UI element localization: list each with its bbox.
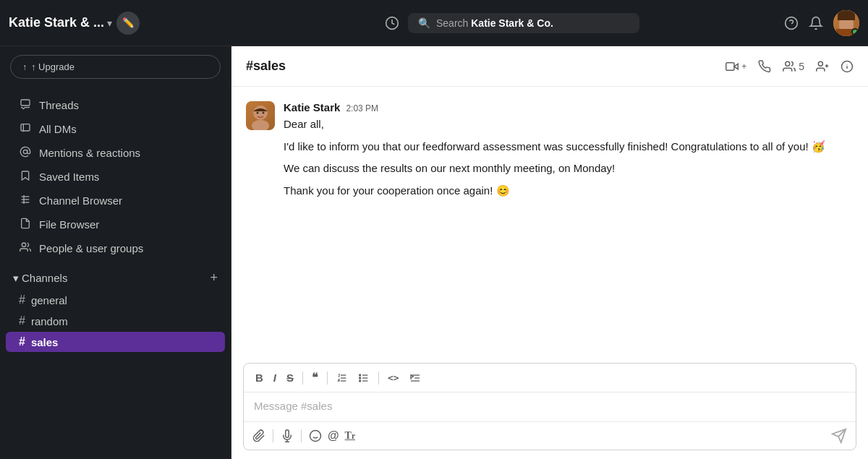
upgrade-icon: ↑ xyxy=(22,62,27,72)
sidebar-item-file-browser[interactable]: File Browser xyxy=(6,213,225,236)
svg-point-14 xyxy=(818,61,822,66)
code-button[interactable]: <> xyxy=(385,371,402,385)
italic-button[interactable]: I xyxy=(271,370,279,385)
main-area: ↑ ↑ Upgrade Threads All xyxy=(0,46,868,459)
footer-divider-2 xyxy=(301,429,302,442)
ol-icon xyxy=(336,372,348,384)
saved-icon xyxy=(19,170,32,184)
sidebar: ↑ ↑ Upgrade Threads All xyxy=(0,46,231,459)
hash-icon: # xyxy=(19,335,25,348)
video-plus-icon: + xyxy=(741,61,746,72)
strikethrough-button[interactable]: S xyxy=(284,370,297,385)
channel-browser-label: Channel Browser xyxy=(39,194,122,207)
composer-footer-right xyxy=(831,428,847,444)
user-status-indicator xyxy=(851,28,859,35)
message-input[interactable]: Message #sales xyxy=(244,392,856,421)
mic-icon xyxy=(281,429,294,442)
send-icon xyxy=(831,428,847,444)
format-button[interactable]: Tr xyxy=(345,430,356,442)
channels-section-header[interactable]: ▾ Channels + xyxy=(6,267,225,288)
svg-point-13 xyxy=(786,61,790,66)
ul-icon xyxy=(358,372,370,384)
sidebar-item-people[interactable]: People & user groups xyxy=(6,237,225,259)
footer-divider-1 xyxy=(273,429,273,442)
svg-point-22 xyxy=(257,112,259,114)
message-item: Katie Stark 2:03 PM Dear all, I'd like t… xyxy=(246,101,854,199)
bold-button[interactable]: B xyxy=(252,370,266,385)
toolbar-divider-3 xyxy=(378,372,379,385)
top-bar-left: Katie Stark & ... ▾ ✏️ xyxy=(9,12,240,35)
hash-icon: # xyxy=(19,314,25,327)
phone-icon xyxy=(758,60,771,73)
channel-title: #sales xyxy=(246,59,286,74)
channel-header: #sales + 5 xyxy=(231,46,868,87)
help-button[interactable] xyxy=(784,16,799,30)
composer-footer: @ Tr xyxy=(244,421,856,450)
svg-point-31 xyxy=(359,377,361,379)
top-bar-right xyxy=(784,10,859,36)
attach-icon xyxy=(252,429,265,442)
message-area: Katie Stark 2:03 PM Dear all, I'd like t… xyxy=(231,87,868,354)
upgrade-button[interactable]: ↑ ↑ Upgrade xyxy=(10,55,221,79)
history-icon xyxy=(385,16,399,30)
sidebar-nav: Threads All DMs Mentions & reactions xyxy=(0,87,231,266)
members-button[interactable]: 5 xyxy=(783,60,804,73)
ordered-list-button[interactable] xyxy=(333,371,351,385)
phone-button[interactable] xyxy=(758,60,771,73)
send-button[interactable] xyxy=(831,428,847,444)
user-avatar[interactable] xyxy=(833,10,859,36)
sidebar-item-threads[interactable]: Threads xyxy=(6,94,225,116)
emoji-button[interactable] xyxy=(309,429,322,442)
threads-label: Threads xyxy=(39,99,79,111)
mentions-icon xyxy=(19,146,32,160)
message-body: Katie Stark 2:03 PM Dear all, I'd like t… xyxy=(284,101,854,199)
svg-point-5 xyxy=(23,150,27,153)
blockquote-button[interactable]: ❝ xyxy=(309,369,321,386)
file-browser-icon xyxy=(19,218,32,231)
message-line-3: We can discuss the results on our next m… xyxy=(284,160,854,177)
channels-section-title: ▾ Channels xyxy=(13,272,67,285)
toolbar-divider-2 xyxy=(327,372,328,385)
search-bar[interactable]: 🔍 Search Katie Stark & Co. xyxy=(408,13,639,33)
upgrade-label: ↑ Upgrade xyxy=(31,61,75,72)
sidebar-item-channel-browser[interactable]: Channel Browser xyxy=(6,189,225,212)
channel-item-random[interactable]: # random xyxy=(6,311,225,331)
svg-point-30 xyxy=(359,374,361,376)
svg-point-38 xyxy=(310,431,321,442)
attach-button[interactable] xyxy=(252,429,265,442)
history-button[interactable] xyxy=(385,16,399,30)
help-icon xyxy=(784,16,799,30)
all-dms-icon xyxy=(19,122,32,136)
add-member-button[interactable] xyxy=(816,60,829,73)
chevron-down-icon: ▾ xyxy=(107,17,112,29)
message-time: 2:03 PM xyxy=(346,103,378,113)
voice-button[interactable] xyxy=(281,429,294,442)
sidebar-item-mentions[interactable]: Mentions & reactions xyxy=(6,142,225,164)
bell-icon xyxy=(809,16,823,30)
sidebar-item-saved[interactable]: Saved Items xyxy=(6,166,225,188)
mention-button[interactable]: @ xyxy=(328,429,339,442)
notification-button[interactable] xyxy=(809,16,823,30)
channel-info-button[interactable] xyxy=(841,60,854,73)
svg-rect-12 xyxy=(726,62,734,70)
channel-item-sales[interactable]: # sales xyxy=(6,332,225,352)
sidebar-item-all-dms[interactable]: All DMs xyxy=(6,118,225,140)
message-avatar xyxy=(246,101,275,130)
content-area: #sales + 5 xyxy=(231,46,868,459)
header-actions: + 5 xyxy=(726,60,854,73)
app-container: Katie Stark & ... ▾ ✏️ 🔍 Search Katie St… xyxy=(0,0,868,459)
svg-point-23 xyxy=(263,112,265,114)
indent-button[interactable] xyxy=(407,371,424,385)
emoji-icon xyxy=(309,429,322,442)
edit-button[interactable]: ✏️ xyxy=(116,12,140,35)
add-channel-button[interactable]: + xyxy=(210,270,218,286)
video-call-button[interactable]: + xyxy=(726,60,746,73)
unordered-list-button[interactable] xyxy=(355,371,373,385)
message-placeholder: Message #sales xyxy=(254,400,332,412)
chevron-icon: ▾ xyxy=(13,272,19,285)
channel-item-general[interactable]: # general xyxy=(6,290,225,310)
svg-rect-4 xyxy=(21,124,30,131)
indent-icon xyxy=(409,372,421,384)
message-line-4: Thank you for your cooperation once agai… xyxy=(284,183,854,200)
channels-label: Channels xyxy=(22,272,67,284)
